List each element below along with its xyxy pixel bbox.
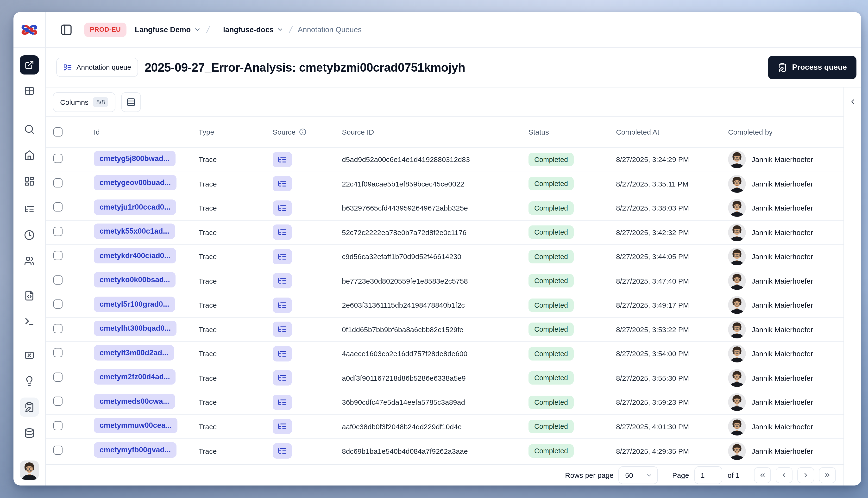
sidebar-item-open-in-new[interactable] [20,55,39,75]
process-queue-button[interactable]: Process queue [768,55,856,79]
table-row[interactable]: cmetygeov00buad... Trace 22c41f09acae5b1… [46,172,843,196]
pagination-bar: Rows per page 50 Page of 1 [46,464,843,485]
sidebar-item-dashboard[interactable] [20,172,39,191]
rows-per-page-select[interactable]: 50 [619,466,658,484]
row-checkbox[interactable] [53,397,63,406]
collapse-panel-button[interactable] [846,95,859,108]
table-row[interactable]: cmetykdr400ciad0... Trace c9d56ca32efaff… [46,245,843,269]
row-checkbox[interactable] [53,154,63,163]
column-header-type[interactable]: Type [198,128,273,136]
status-badge: Completed [529,371,574,385]
row-checkbox[interactable] [53,251,63,260]
sidebar-item-datasets[interactable] [20,423,39,443]
org-logo[interactable] [13,12,46,47]
item-id-link[interactable]: cmetymyfb00gvad... [94,443,177,458]
table-row[interactable]: cmetylht300bqad0... Trace 0f1dd65b7bb9bf… [46,317,843,342]
next-page-button[interactable] [797,467,814,483]
row-checkbox[interactable] [53,178,63,187]
column-header-status[interactable]: Status [529,128,616,136]
trace-source-link[interactable] [273,346,292,362]
sidebar-item-playground[interactable] [20,312,39,331]
project-switcher[interactable]: langfuse-docs [223,25,284,34]
row-checkbox[interactable] [53,348,63,357]
sidebar-item-users[interactable] [20,251,39,271]
select-all-checkbox[interactable] [53,127,63,136]
table-row[interactable]: cmetymeds00cwa... Trace 36b90cdfc47e5da1… [46,390,843,415]
org-switcher[interactable]: Langfuse Demo [135,25,201,34]
trace-source-link[interactable] [273,298,292,313]
trace-source-link[interactable] [273,395,292,410]
column-header-source[interactable]: Source [273,128,342,136]
trace-source-link[interactable] [273,152,292,167]
trace-source-link[interactable] [273,370,292,386]
item-id-link[interactable]: cmetymeds00cwa... [94,394,175,409]
status-badge: Completed [529,347,574,361]
last-page-button[interactable] [819,467,836,483]
table-row[interactable]: cmetyko0k00bsad... Trace be7723e30d80205… [46,269,843,293]
row-checkbox[interactable] [53,446,63,455]
row-checkbox[interactable] [53,202,63,212]
trace-source-link[interactable] [273,443,292,459]
sidebar-item-table-view[interactable] [20,81,39,101]
table-row[interactable]: cmetymyfb00gvad... Trace 8dc69b1ba1e540b… [46,439,843,463]
previous-page-button[interactable] [776,467,792,483]
trace-source-link[interactable] [273,200,292,216]
table-row[interactable]: cmetyl5r100grad0... Trace 2e603f31361115… [46,293,843,317]
table-row[interactable]: cmetymmuw00cea... Trace aaf0c38db0f3f204… [46,415,843,439]
column-header-id[interactable]: Id [94,128,198,136]
item-id-link[interactable]: cmetyko0k00bsad... [94,272,176,288]
column-header-completed-by[interactable]: Completed by [728,128,843,136]
sidebar-item-home[interactable] [20,146,39,165]
row-checkbox[interactable] [53,300,63,309]
completed-at: 8/27/2025, 3:49:17 PM [616,301,728,309]
item-id-link[interactable]: cmetym2fz00d4ad... [94,369,176,385]
trace-source-link[interactable] [273,273,292,289]
sidebar-toggle-button[interactable] [58,22,75,38]
sidebar-item-annotation-queues[interactable] [20,397,39,417]
source-id: 36b90cdfc47e5da14eefa5785c3a89ad [342,398,529,406]
item-id-link[interactable]: cmetyju1r00ccad0... [94,199,176,215]
item-id-link[interactable]: cmetygeov00buad... [94,175,177,191]
item-id-link[interactable]: cmetyl5r100grad0... [94,297,175,312]
trace-source-link[interactable] [273,225,292,240]
trace-source-link[interactable] [273,419,292,434]
row-checkbox[interactable] [53,227,63,236]
table-row[interactable]: cmetym2fz00d4ad... Trace a0df3f901167218… [46,366,843,390]
item-type: Trace [198,374,273,382]
sidebar-item-sessions[interactable] [20,225,39,245]
table-row[interactable]: cmetyk55x00c1ad... Trace 52c72c2222ea78e… [46,220,843,245]
item-id-link[interactable]: cmetylt3m00d2ad... [94,345,174,361]
queue-badge-label: Annotation queue [76,64,131,71]
item-id-link[interactable]: cmetykdr400ciad0... [94,248,176,263]
trace-source-link[interactable] [273,322,292,337]
annotation-queue-type-badge[interactable]: Annotation queue [56,58,138,77]
page-input[interactable] [695,466,722,484]
item-id-link[interactable]: cmetymmuw00cea... [94,418,178,433]
sidebar-item-insights[interactable] [20,371,39,391]
row-checkbox[interactable] [53,372,63,382]
row-checkbox[interactable] [53,275,63,285]
page-total-label: of 1 [728,471,740,479]
column-header-source-id[interactable]: Source ID [342,128,529,136]
item-id-link[interactable]: cmetyg5j800bwad... [94,151,175,166]
column-header-completed-at[interactable]: Completed At [616,128,728,136]
sidebar-item-search[interactable] [20,120,39,139]
sidebar-item-evaluation[interactable] [20,345,39,365]
table-row[interactable]: cmetylt3m00d2ad... Trace 4aaece1603cb2e1… [46,342,843,366]
table-row[interactable]: cmetyju1r00ccad0... Trace b63297665cfd44… [46,196,843,220]
table-row[interactable]: cmetyg5j800bwad... Trace d5ad9d52a00c6e1… [46,147,843,172]
trace-source-link[interactable] [273,249,292,264]
row-height-button[interactable] [121,92,141,112]
row-checkbox[interactable] [53,324,63,333]
row-checkbox[interactable] [53,421,63,430]
user-avatar[interactable] [20,460,39,480]
sidebar-item-prompts[interactable] [20,286,39,305]
columns-button[interactable]: Columns 8/8 [53,92,116,112]
completed-by-avatar [728,272,746,290]
item-id-link[interactable]: cmetylht300bqad0... [94,321,177,336]
trace-source-link[interactable] [273,176,292,192]
sidebar-item-tracing[interactable] [20,199,39,219]
info-icon [299,128,306,135]
item-id-link[interactable]: cmetyk55x00c1ad... [94,224,175,239]
first-page-button[interactable] [754,467,771,483]
